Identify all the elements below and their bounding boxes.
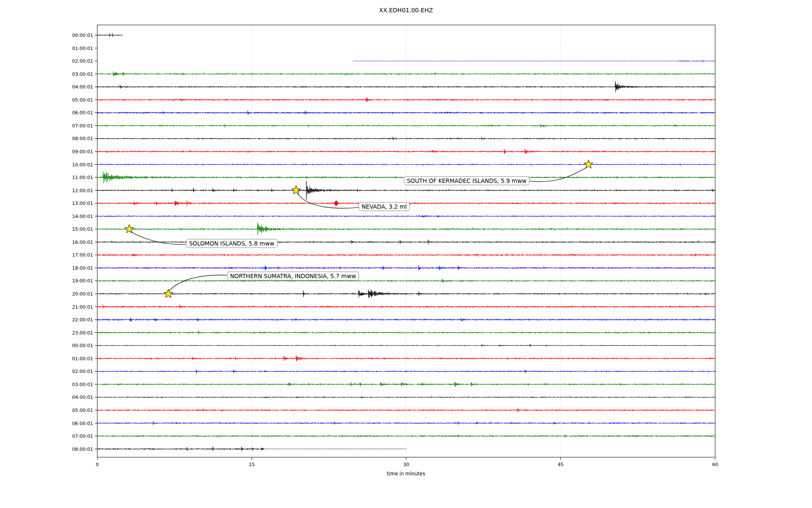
y-tick-label: 16:00:01 — [72, 240, 93, 245]
trace-row-28 — [97, 396, 716, 398]
y-tick-label: 21:00:01 — [72, 304, 93, 310]
x-tick-label: 60 — [712, 462, 718, 467]
y-tick-label: 04:00:01 — [72, 395, 93, 400]
trace-row-23 — [97, 331, 716, 334]
y-tick-label: 03:00:01 — [72, 72, 93, 77]
trace-row-29 — [97, 408, 716, 412]
trace-row-0 — [97, 33, 123, 37]
event-star-icon — [164, 289, 173, 298]
trace-row-32 — [97, 447, 264, 451]
gridlines — [252, 25, 561, 457]
y-tick-label: 04:00:01 — [72, 84, 93, 90]
trace-row-2 — [353, 60, 716, 62]
event-label: SOLOMON ISLANDS, 5.8 mww — [186, 239, 277, 248]
y-tick-label: 12:00:01 — [72, 188, 93, 193]
trace-row-30 — [97, 421, 716, 425]
trace-row-24 — [97, 344, 716, 347]
y-tick-label: 02:00:01 — [72, 58, 93, 64]
event-star-icon — [292, 186, 301, 194]
y-tick-label: 07:00:01 — [72, 433, 93, 439]
event-star-icon — [584, 160, 593, 168]
x-tick-label: 30 — [403, 462, 409, 467]
y-tick-label: 15:00:01 — [72, 226, 93, 232]
x-tick-label: 45 — [558, 462, 564, 467]
trace-row-32 — [264, 449, 407, 449]
y-tick-label: 23:00:01 — [72, 330, 93, 336]
leader-line — [526, 168, 586, 182]
y-tick-label: 19:00:01 — [72, 278, 93, 284]
trace-row-4 — [97, 81, 716, 92]
event-star-icon — [125, 224, 134, 233]
y-tick-label: 03:00:01 — [72, 382, 93, 387]
y-tick-label: 05:00:01 — [72, 97, 93, 103]
event-label: NEVADA, 3.2 ml — [359, 202, 410, 211]
y-tick-label: 20:00:01 — [72, 291, 93, 297]
event-diamond-icon — [334, 201, 338, 206]
trace-row-26 — [97, 370, 716, 373]
y-tick-label: 10:00:01 — [72, 162, 93, 168]
trace-row-10 — [97, 163, 716, 166]
y-tick-label: 01:00:01 — [72, 46, 93, 51]
y-tick-label: 22:00:01 — [72, 317, 93, 323]
seismogram-figure: XX.EDH01.00.EHZ 01530456000:00:0101:00:0… — [0, 0, 812, 508]
x-axis-label: time in minutes — [0, 471, 812, 477]
y-tick-label: 18:00:01 — [72, 265, 93, 271]
trace-row-14 — [97, 215, 716, 217]
y-tick-label: 07:00:01 — [72, 123, 93, 129]
y-tick-label: 14:00:01 — [72, 214, 93, 219]
trace-row-19 — [97, 279, 716, 283]
y-tick-label: 11:00:01 — [72, 175, 93, 180]
y-tick-label: 08:00:01 — [72, 136, 93, 141]
y-tick-label: 06:00:01 — [72, 421, 93, 426]
x-tick-label: 15 — [249, 462, 255, 467]
y-tick-label: 17:00:01 — [72, 252, 93, 258]
y-tick-label: 08:00:01 — [72, 447, 93, 452]
y-tick-label: 05:00:01 — [72, 408, 93, 413]
trace-row-9 — [97, 149, 716, 154]
x-axis: 015304560 — [96, 457, 719, 467]
trace-row-8 — [97, 137, 716, 141]
y-tick-label: 02:00:01 — [72, 369, 93, 374]
trace-row-12 — [97, 186, 716, 194]
y-axis: 00:00:0101:00:0102:00:0103:00:0104:00:01… — [72, 33, 97, 452]
y-tick-label: 01:00:01 — [72, 356, 93, 362]
x-tick-label: 0 — [96, 462, 99, 467]
y-tick-label: 13:00:01 — [72, 201, 93, 206]
y-tick-label: 09:00:01 — [72, 149, 93, 155]
y-tick-label: 06:00:01 — [72, 110, 93, 116]
y-tick-label: 00:00:01 — [72, 343, 93, 348]
trace-row-18 — [97, 265, 716, 271]
event-label: SOUTH OF KERMADEC ISLANDS, 5.9 mww — [404, 177, 529, 185]
leader-line — [169, 275, 227, 291]
trace-row-6 — [97, 110, 716, 115]
plot-svg: 01530456000:00:0101:00:0102:00:0103:00:0… — [0, 0, 812, 508]
y-tick-label: 00:00:01 — [72, 33, 93, 38]
event-label: NORTHERN SUMATRA, INDONESIA, 5.7 mww — [227, 272, 359, 281]
trace-row-3 — [97, 72, 716, 77]
trace-row-22 — [97, 318, 716, 321]
